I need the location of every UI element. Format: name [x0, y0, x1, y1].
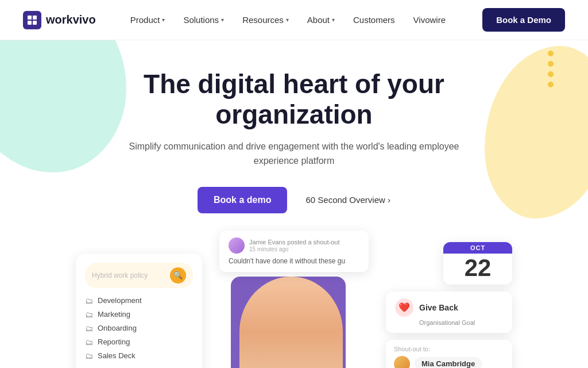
shoutout-time: 15 minutes ago [249, 246, 339, 252]
calendar-card: OCT 22 [443, 242, 512, 285]
nav-item-vivowire[interactable]: Vivowire [413, 15, 446, 25]
folder-list: 🗂 Development 🗂 Marketing 🗂 Onboarding 🗂… [85, 296, 193, 361]
nav-item-resources[interactable]: Resources ▾ [242, 15, 289, 25]
shoutout-action: posted a shout-out [287, 239, 339, 246]
folder-icon: 🗂 [85, 338, 93, 347]
svg-rect-1 [33, 16, 37, 20]
logo-icon [23, 11, 41, 29]
folder-icon: 🗂 [85, 296, 93, 305]
calendar-day: 22 [443, 254, 512, 285]
nav-links: Product ▾ Solutions ▾ Resources ▾ About … [130, 15, 482, 25]
center-area: Jamie Evans posted a shout-out 15 minute… [214, 231, 374, 368]
avatar-mia [394, 356, 410, 368]
shoutout-name: Jamie Evans posted a shout-out [249, 238, 339, 246]
shoutout-card: Jamie Evans posted a shout-out 15 minute… [219, 231, 369, 272]
chevron-down-icon: ▾ [286, 17, 289, 23]
nav-item-product[interactable]: Product ▾ [130, 15, 165, 25]
search-box[interactable]: Hybrid work policy 🔍 [85, 263, 193, 288]
nav-right: Book a Demo [482, 8, 565, 32]
nav-item-solutions[interactable]: Solutions ▾ [183, 15, 224, 25]
hero-subheadline: Simplify communication and drive engagem… [122, 139, 466, 168]
svg-rect-3 [33, 21, 37, 25]
avatar-jamie [229, 237, 245, 254]
logo[interactable]: workvivo [23, 11, 96, 29]
folder-label: Marketing [98, 310, 130, 319]
hero-section: The digital heart of your organization S… [0, 40, 588, 213]
person-face [239, 277, 343, 368]
folder-label: Sales Deck [98, 351, 136, 360]
shoutout-person: Mia Cambridge [394, 356, 504, 368]
folder-item-reporting: 🗂 Reporting [85, 338, 193, 347]
folder-item-onboarding: 🗂 Onboarding [85, 324, 193, 333]
goal-card: ❤️ Give Back Organisational Goal [386, 292, 512, 333]
right-cards: OCT 22 ❤️ Give Back Organisational Goal … [386, 231, 512, 368]
search-card: Hybrid work policy 🔍 🗂 Development 🗂 Mar… [76, 254, 202, 368]
chevron-down-icon: ▾ [221, 17, 224, 23]
shoutout-to-card: Shout-out to: Mia Cambridge [386, 340, 512, 368]
navbar: workvivo Product ▾ Solutions ▾ Resources… [0, 0, 588, 40]
chevron-down-icon: ▾ [162, 17, 165, 23]
folder-item-development: 🗂 Development [85, 296, 193, 305]
goal-subtitle: Organisational Goal [419, 319, 503, 326]
folder-label: Development [98, 296, 142, 305]
folder-icon: 🗂 [85, 324, 93, 333]
shoutout-meta: Jamie Evans posted a shout-out 15 minute… [249, 238, 339, 252]
folder-icon: 🗂 [85, 351, 93, 361]
shoutout-to-label: Shout-out to: [394, 346, 504, 352]
nav-item-about[interactable]: About ▾ [307, 15, 335, 25]
chevron-down-icon: ▾ [332, 17, 335, 23]
folder-item-salesdeck: 🗂 Sales Deck [85, 351, 193, 361]
folder-label: Reporting [98, 338, 130, 346]
ui-cards-area: Hybrid work policy 🔍 🗂 Development 🗂 Mar… [0, 231, 588, 368]
calendar-month: OCT [443, 242, 512, 254]
folder-item-marketing: 🗂 Marketing [85, 310, 193, 319]
svg-rect-0 [28, 16, 32, 20]
folder-label: Onboarding [98, 324, 137, 332]
shoutout-header: Jamie Evans posted a shout-out 15 minute… [229, 237, 359, 254]
svg-rect-2 [28, 21, 32, 25]
hero-buttons: Book a demo 60 Second Overview › [23, 187, 565, 213]
shoutout-text: Couldn't have done it without these gu [229, 257, 359, 265]
goal-title: Give Back [419, 303, 458, 312]
book-demo-hero-button[interactable]: Book a demo [198, 187, 287, 213]
goal-header: ❤️ Give Back [395, 298, 503, 317]
search-placeholder: Hybrid work policy [92, 271, 148, 279]
logo-svg [26, 14, 38, 26]
search-icon: 🔍 [170, 267, 186, 283]
shoutout-person-name: Mia Cambridge [415, 357, 482, 368]
person-image [225, 265, 357, 368]
overview-button[interactable]: 60 Second Overview › [305, 195, 390, 205]
logo-text: workvivo [46, 13, 96, 26]
nav-item-customers[interactable]: Customers [353, 15, 395, 25]
folder-icon: 🗂 [85, 310, 93, 319]
book-demo-nav-button[interactable]: Book a Demo [482, 8, 565, 32]
heart-icon: ❤️ [395, 298, 413, 317]
hero-headline: The digital heart of your organization [93, 69, 495, 130]
